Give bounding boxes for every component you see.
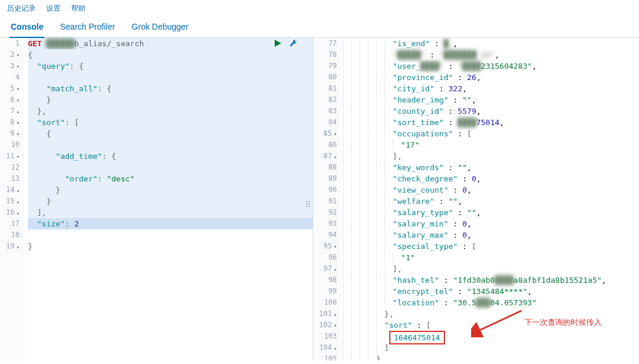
tab-console[interactable]: Console <box>9 22 44 37</box>
play-icon[interactable] <box>274 39 282 50</box>
annotation-arrow-icon <box>471 308 524 337</box>
menu-help[interactable]: 帮助 <box>71 4 85 14</box>
request-line-1: GET ██████b_alias/_search <box>28 38 313 49</box>
tab-search-profiler[interactable]: Search Profiler <box>59 22 116 37</box>
response-viewer[interactable]: "is_end" : █ , "█████" : "███████ 22", "… <box>341 38 639 360</box>
drag-handle-icon[interactable]: ⠿ <box>305 199 311 210</box>
tab-grok-debugger[interactable]: Grok Debugger <box>131 22 190 37</box>
panels: 1 2▾ 3▾ 4 5▾ 6▾ 7▴ 8▾ 9▾ 10 11▾ 12 13 14… <box>0 38 639 360</box>
annotation-text: 下一次查询的时候传入 <box>524 317 602 328</box>
menu-settings[interactable]: 设置 <box>46 4 61 14</box>
menu-history[interactable]: 历史记录 <box>7 4 36 14</box>
request-editor[interactable]: GET ██████b_alias/_search { "query": { "… <box>24 38 313 360</box>
svg-line-0 <box>477 311 522 331</box>
wrench-icon[interactable] <box>289 39 297 50</box>
right-gutter: 77 78 79 80 81 82 83 84 85▾ 86 87▴ 88 89… <box>313 38 341 360</box>
request-panel: 1 2▾ 3▾ 4 5▾ 6▾ 7▴ 8▾ 9▾ 10 11▾ 12 13 14… <box>0 38 313 360</box>
left-gutter: 1 2▾ 3▾ 4 5▾ 6▾ 7▴ 8▾ 9▾ 10 11▾ 12 13 14… <box>0 38 24 360</box>
top-menu: 历史记录 设置 帮助 <box>0 0 639 16</box>
tabs: Console Search Profiler Grok Debugger <box>0 16 639 38</box>
highlighted-sort-value: 1646475014 <box>389 331 445 344</box>
response-panel: 77 78 79 80 81 82 83 84 85▾ 86 87▴ 88 89… <box>313 38 639 360</box>
